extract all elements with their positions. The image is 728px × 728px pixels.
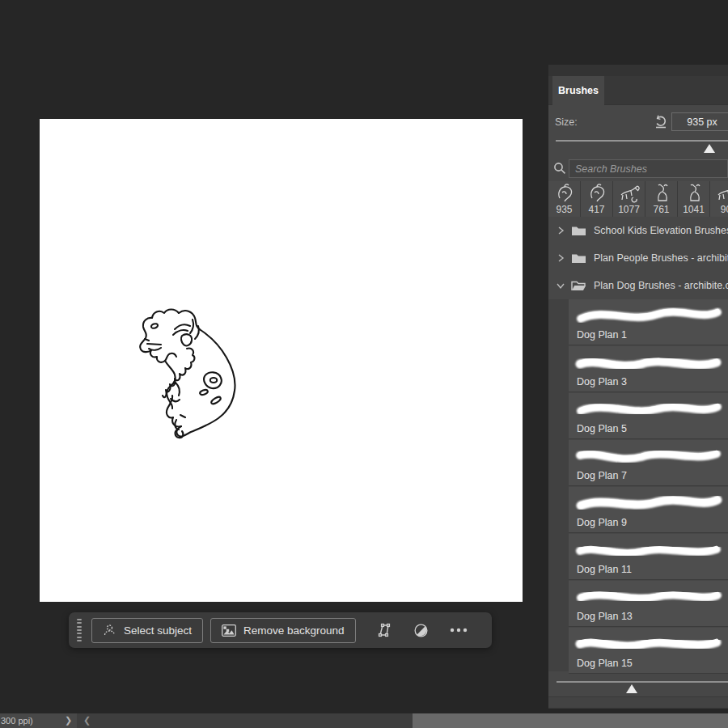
chevron-down-icon[interactable] bbox=[556, 281, 565, 290]
brush-stroke-preview bbox=[574, 535, 724, 564]
folder-closed-icon bbox=[571, 252, 586, 264]
folder-closed-icon bbox=[571, 225, 586, 236]
brush-group-school-kids[interactable]: School Kids Elevation Brushes bbox=[548, 217, 728, 244]
brush-name: Dog Plan 7 bbox=[577, 470, 627, 481]
status-chevron-left-icon[interactable]: ❮ bbox=[83, 713, 91, 728]
transform-icon bbox=[376, 622, 392, 638]
brush-name: Dog Plan 1 bbox=[577, 329, 627, 341]
brush-name: Dog Plan 5 bbox=[577, 423, 627, 434]
brush-name: Dog Plan 13 bbox=[577, 611, 633, 622]
brush-size-label: 761 bbox=[653, 204, 669, 215]
brush-size-label: 935 bbox=[556, 204, 572, 215]
brush-size-label: 90 bbox=[721, 204, 728, 215]
brush-list-gutter bbox=[548, 299, 569, 671]
brush-thumbnail[interactable]: 90 bbox=[710, 181, 728, 217]
brush-stroke-preview bbox=[574, 348, 724, 376]
transform-button[interactable] bbox=[375, 621, 393, 639]
brush-list: Dog Plan 1 Dog Plan 3 Dog Plan 5 Dog Pla… bbox=[548, 299, 728, 671]
brush-thumbnail[interactable]: 1041 bbox=[678, 181, 709, 217]
ellipsis-icon bbox=[450, 628, 468, 633]
brush-name: Dog Plan 11 bbox=[577, 564, 632, 575]
select-subject-button[interactable]: Select subject bbox=[91, 618, 203, 643]
preview-size-slider-track[interactable] bbox=[557, 681, 728, 683]
brush-item-dog-plan-15[interactable]: Dog Plan 15 bbox=[569, 628, 728, 674]
size-value-field[interactable]: 935 px bbox=[671, 112, 728, 131]
dog-sketch-icon bbox=[651, 182, 672, 204]
brush-item-dog-plan-9[interactable]: Dog Plan 9 bbox=[569, 487, 728, 533]
document-canvas[interactable] bbox=[40, 119, 523, 602]
remove-background-label: Remove background bbox=[243, 624, 345, 637]
panel-resize-strip[interactable] bbox=[548, 696, 728, 709]
folder-open-icon bbox=[571, 280, 586, 291]
brush-item-dog-plan-11[interactable]: Dog Plan 11 bbox=[569, 534, 728, 580]
folder-name: Plan Dog Brushes - archibite.c bbox=[594, 280, 728, 291]
adjustments-button[interactable] bbox=[413, 621, 430, 639]
folder-name: School Kids Elevation Brushes bbox=[594, 225, 728, 236]
chevron-right-icon[interactable] bbox=[556, 226, 565, 235]
preview-size-slider-thumb[interactable] bbox=[626, 684, 637, 693]
tab-brushes-label: Brushes bbox=[558, 85, 599, 96]
brush-stroke-preview bbox=[574, 301, 724, 329]
size-label: Size: bbox=[555, 116, 578, 128]
brush-item-dog-plan-13[interactable]: Dog Plan 13 bbox=[569, 581, 728, 627]
status-chevron-right-icon[interactable]: ❯ bbox=[65, 713, 72, 728]
brush-item-dog-plan-3[interactable]: Dog Plan 3 bbox=[569, 346, 728, 392]
horizontal-scrollbar-thumb[interactable] bbox=[413, 713, 728, 728]
brush-size-label: 1041 bbox=[683, 204, 705, 215]
recent-brushes-strip: 935 417 1077 761 1041 90 bbox=[548, 181, 728, 217]
more-options-button[interactable] bbox=[450, 621, 468, 639]
brush-stroke-preview bbox=[574, 395, 724, 423]
brush-name: Dog Plan 9 bbox=[577, 517, 627, 528]
dog-sketch-icon bbox=[716, 182, 728, 204]
search-brushes-input[interactable] bbox=[569, 159, 728, 178]
brush-stroke-preview bbox=[574, 489, 724, 517]
brush-item-dog-plan-7[interactable]: Dog Plan 7 bbox=[569, 440, 728, 486]
reset-arrow-icon bbox=[653, 114, 669, 130]
person-selection-icon bbox=[103, 624, 116, 637]
dog-sketch-icon bbox=[619, 182, 640, 204]
brush-stroke-preview bbox=[574, 629, 724, 658]
tab-brushes[interactable]: Brushes bbox=[552, 76, 604, 105]
status-bar: 300 ppi) ❯ ❮ bbox=[0, 713, 728, 728]
brush-thumbnail[interactable]: 935 bbox=[548, 181, 580, 217]
dog-sketch-icon bbox=[554, 182, 575, 204]
folder-name: Plan People Brushes - archibit bbox=[594, 252, 728, 264]
panel-tab-bar: Brushes bbox=[548, 76, 728, 105]
panel-header-strip bbox=[548, 65, 728, 76]
search-icon bbox=[553, 162, 566, 175]
contextual-taskbar: Select subject Remove background bbox=[69, 612, 492, 648]
image-background-icon bbox=[222, 624, 236, 637]
reset-size-button[interactable] bbox=[653, 114, 669, 130]
select-subject-label: Select subject bbox=[124, 624, 192, 637]
brush-thumbnail[interactable]: 1077 bbox=[613, 181, 645, 217]
dog-sketch-icon bbox=[586, 182, 607, 204]
brush-size-label: 417 bbox=[588, 204, 604, 215]
brush-thumbnail[interactable]: 417 bbox=[581, 181, 612, 217]
brush-thumbnail[interactable]: 761 bbox=[645, 181, 677, 217]
size-value: 935 px bbox=[687, 116, 717, 128]
half-filled-circle-icon bbox=[413, 622, 430, 639]
brush-group-plan-people[interactable]: Plan People Brushes - archibit bbox=[548, 244, 728, 272]
brushes-panel: Brushes Size: 935 px 935 bbox=[548, 65, 728, 709]
brush-stroke-preview bbox=[574, 442, 724, 470]
brush-item-dog-plan-5[interactable]: Dog Plan 5 bbox=[569, 393, 728, 439]
brush-name: Dog Plan 15 bbox=[577, 658, 633, 669]
brush-group-plan-dog[interactable]: Plan Dog Brushes - archibite.c bbox=[548, 272, 728, 299]
size-slider-thumb[interactable] bbox=[704, 144, 715, 153]
application-window: Select subject Remove background bbox=[0, 0, 728, 728]
size-slider-track[interactable] bbox=[556, 140, 728, 142]
chevron-right-icon[interactable] bbox=[556, 253, 565, 263]
brush-name: Dog Plan 3 bbox=[577, 376, 627, 387]
dog-plan-line-drawing bbox=[130, 302, 242, 439]
remove-background-button[interactable]: Remove background bbox=[210, 618, 356, 643]
brush-size-label: 1077 bbox=[618, 204, 640, 215]
brush-item-dog-plan-1[interactable]: Dog Plan 1 bbox=[569, 299, 728, 345]
dog-sketch-icon bbox=[684, 182, 705, 204]
taskbar-drag-handle[interactable] bbox=[74, 616, 84, 644]
brush-stroke-preview bbox=[574, 582, 724, 611]
